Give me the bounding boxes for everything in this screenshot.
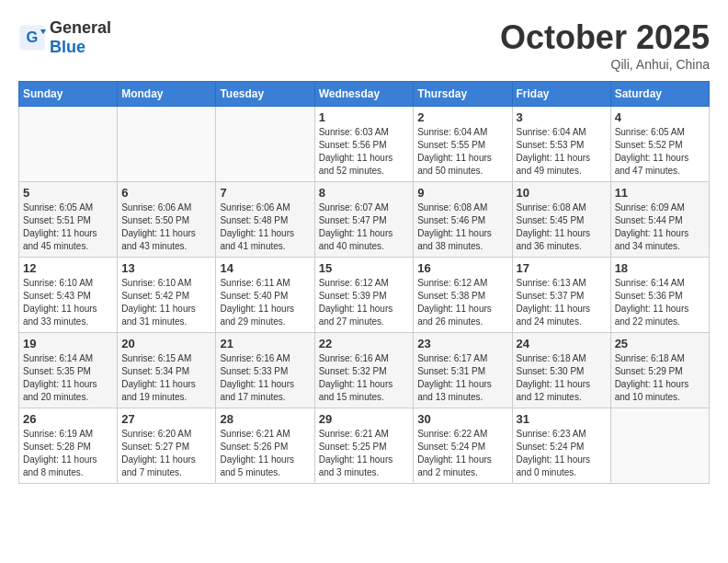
table-cell: 2Sunrise: 6:04 AM Sunset: 5:55 PM Daylig… <box>414 107 512 182</box>
week-row-3: 12Sunrise: 6:10 AM Sunset: 5:43 PM Dayli… <box>19 258 710 333</box>
day-number: 30 <box>417 412 507 426</box>
table-cell <box>216 107 314 182</box>
day-number: 23 <box>417 337 507 350</box>
day-number: 5 <box>23 186 113 200</box>
table-cell <box>118 107 216 182</box>
day-info: Sunrise: 6:14 AM Sunset: 5:35 PM Dayligh… <box>23 352 113 404</box>
day-number: 25 <box>615 337 705 350</box>
day-info: Sunrise: 6:18 AM Sunset: 5:29 PM Dayligh… <box>615 352 705 404</box>
week-row-4: 19Sunrise: 6:14 AM Sunset: 5:35 PM Dayli… <box>19 333 710 408</box>
col-saturday: Saturday <box>610 82 709 107</box>
table-cell: 31Sunrise: 6:23 AM Sunset: 5:24 PM Dayli… <box>512 408 610 484</box>
calendar-table: Sunday Monday Tuesday Wednesday Thursday… <box>18 81 710 484</box>
table-cell: 1Sunrise: 6:03 AM Sunset: 5:56 PM Daylig… <box>314 107 414 182</box>
page-header: G General Blue October 2025 Qili, Anhui,… <box>18 18 710 72</box>
day-info: Sunrise: 6:16 AM Sunset: 5:32 PM Dayligh… <box>319 352 410 404</box>
day-number: 26 <box>23 412 113 426</box>
day-number: 31 <box>517 412 607 426</box>
day-info: Sunrise: 6:11 AM Sunset: 5:40 PM Dayligh… <box>220 277 310 328</box>
day-info: Sunrise: 6:20 AM Sunset: 5:27 PM Dayligh… <box>121 428 211 479</box>
table-cell: 19Sunrise: 6:14 AM Sunset: 5:35 PM Dayli… <box>19 333 118 408</box>
table-cell: 30Sunrise: 6:22 AM Sunset: 5:24 PM Dayli… <box>414 408 512 484</box>
day-info: Sunrise: 6:17 AM Sunset: 5:31 PM Dayligh… <box>417 352 507 404</box>
day-number: 19 <box>23 337 113 350</box>
location: Qili, Anhui, China <box>500 57 710 72</box>
col-friday: Friday <box>512 82 610 107</box>
logo-general-text: General <box>50 18 111 37</box>
table-cell: 4Sunrise: 6:05 AM Sunset: 5:52 PM Daylig… <box>610 107 709 182</box>
day-number: 24 <box>517 337 607 350</box>
day-number: 7 <box>220 186 310 200</box>
day-info: Sunrise: 6:06 AM Sunset: 5:50 PM Dayligh… <box>121 201 211 253</box>
day-info: Sunrise: 6:07 AM Sunset: 5:47 PM Dayligh… <box>319 201 410 253</box>
table-cell: 18Sunrise: 6:14 AM Sunset: 5:36 PM Dayli… <box>610 258 709 333</box>
day-info: Sunrise: 6:19 AM Sunset: 5:28 PM Dayligh… <box>23 428 113 479</box>
day-info: Sunrise: 6:04 AM Sunset: 5:53 PM Dayligh… <box>517 126 607 178</box>
day-info: Sunrise: 6:23 AM Sunset: 5:24 PM Dayligh… <box>517 428 607 479</box>
col-tuesday: Tuesday <box>216 82 314 107</box>
table-cell: 8Sunrise: 6:07 AM Sunset: 5:47 PM Daylig… <box>314 182 414 258</box>
svg-text:G: G <box>27 29 39 45</box>
day-info: Sunrise: 6:09 AM Sunset: 5:44 PM Dayligh… <box>615 201 705 253</box>
table-cell: 17Sunrise: 6:13 AM Sunset: 5:37 PM Dayli… <box>512 258 610 333</box>
logo-blue-text: Blue <box>50 38 85 56</box>
day-number: 2 <box>417 110 507 124</box>
day-number: 4 <box>615 110 705 124</box>
week-row-5: 26Sunrise: 6:19 AM Sunset: 5:28 PM Dayli… <box>19 408 710 484</box>
table-cell: 27Sunrise: 6:20 AM Sunset: 5:27 PM Dayli… <box>118 408 216 484</box>
table-cell <box>19 107 118 182</box>
table-cell: 7Sunrise: 6:06 AM Sunset: 5:48 PM Daylig… <box>216 182 314 258</box>
table-cell: 22Sunrise: 6:16 AM Sunset: 5:32 PM Dayli… <box>314 333 414 408</box>
day-number: 16 <box>417 261 507 275</box>
table-cell: 12Sunrise: 6:10 AM Sunset: 5:43 PM Dayli… <box>19 258 118 333</box>
day-info: Sunrise: 6:10 AM Sunset: 5:43 PM Dayligh… <box>23 277 113 328</box>
table-cell: 14Sunrise: 6:11 AM Sunset: 5:40 PM Dayli… <box>216 258 314 333</box>
day-info: Sunrise: 6:10 AM Sunset: 5:42 PM Dayligh… <box>121 277 211 328</box>
table-cell: 21Sunrise: 6:16 AM Sunset: 5:33 PM Dayli… <box>216 333 314 408</box>
day-number: 13 <box>121 261 211 275</box>
table-cell: 24Sunrise: 6:18 AM Sunset: 5:30 PM Dayli… <box>512 333 610 408</box>
week-row-2: 5Sunrise: 6:05 AM Sunset: 5:51 PM Daylig… <box>19 182 710 258</box>
calendar-header-row: Sunday Monday Tuesday Wednesday Thursday… <box>19 82 710 107</box>
day-number: 18 <box>615 261 705 275</box>
table-cell: 26Sunrise: 6:19 AM Sunset: 5:28 PM Dayli… <box>19 408 118 484</box>
day-info: Sunrise: 6:15 AM Sunset: 5:34 PM Dayligh… <box>121 352 211 404</box>
day-number: 22 <box>319 337 410 350</box>
col-wednesday: Wednesday <box>314 82 414 107</box>
table-cell: 15Sunrise: 6:12 AM Sunset: 5:39 PM Dayli… <box>314 258 414 333</box>
day-number: 10 <box>517 186 607 200</box>
table-cell: 3Sunrise: 6:04 AM Sunset: 5:53 PM Daylig… <box>512 107 610 182</box>
day-info: Sunrise: 6:08 AM Sunset: 5:45 PM Dayligh… <box>517 201 607 253</box>
day-info: Sunrise: 6:13 AM Sunset: 5:37 PM Dayligh… <box>517 277 607 328</box>
col-thursday: Thursday <box>414 82 512 107</box>
day-info: Sunrise: 6:04 AM Sunset: 5:55 PM Dayligh… <box>417 126 507 178</box>
table-cell: 28Sunrise: 6:21 AM Sunset: 5:26 PM Dayli… <box>216 408 314 484</box>
col-sunday: Sunday <box>19 82 118 107</box>
day-info: Sunrise: 6:06 AM Sunset: 5:48 PM Dayligh… <box>220 201 310 253</box>
week-row-1: 1Sunrise: 6:03 AM Sunset: 5:56 PM Daylig… <box>19 107 710 182</box>
day-number: 17 <box>517 261 607 275</box>
day-info: Sunrise: 6:12 AM Sunset: 5:39 PM Dayligh… <box>319 277 410 328</box>
day-number: 27 <box>121 412 211 426</box>
table-cell: 23Sunrise: 6:17 AM Sunset: 5:31 PM Dayli… <box>414 333 512 408</box>
day-number: 6 <box>121 186 211 200</box>
day-info: Sunrise: 6:21 AM Sunset: 5:26 PM Dayligh… <box>220 428 310 479</box>
logo-icon: G <box>18 24 46 52</box>
day-number: 29 <box>319 412 410 426</box>
table-cell: 20Sunrise: 6:15 AM Sunset: 5:34 PM Dayli… <box>118 333 216 408</box>
day-info: Sunrise: 6:16 AM Sunset: 5:33 PM Dayligh… <box>220 352 310 404</box>
day-number: 28 <box>220 412 310 426</box>
table-cell <box>610 408 709 484</box>
day-number: 8 <box>319 186 410 200</box>
day-number: 21 <box>220 337 310 350</box>
table-cell: 11Sunrise: 6:09 AM Sunset: 5:44 PM Dayli… <box>610 182 709 258</box>
day-number: 1 <box>319 110 410 124</box>
logo: G General Blue <box>18 18 111 57</box>
day-number: 3 <box>517 110 607 124</box>
day-info: Sunrise: 6:22 AM Sunset: 5:24 PM Dayligh… <box>417 428 507 479</box>
day-info: Sunrise: 6:14 AM Sunset: 5:36 PM Dayligh… <box>615 277 705 328</box>
day-number: 9 <box>417 186 507 200</box>
day-info: Sunrise: 6:05 AM Sunset: 5:51 PM Dayligh… <box>23 201 113 253</box>
day-info: Sunrise: 6:12 AM Sunset: 5:38 PM Dayligh… <box>417 277 507 328</box>
table-cell: 10Sunrise: 6:08 AM Sunset: 5:45 PM Dayli… <box>512 182 610 258</box>
